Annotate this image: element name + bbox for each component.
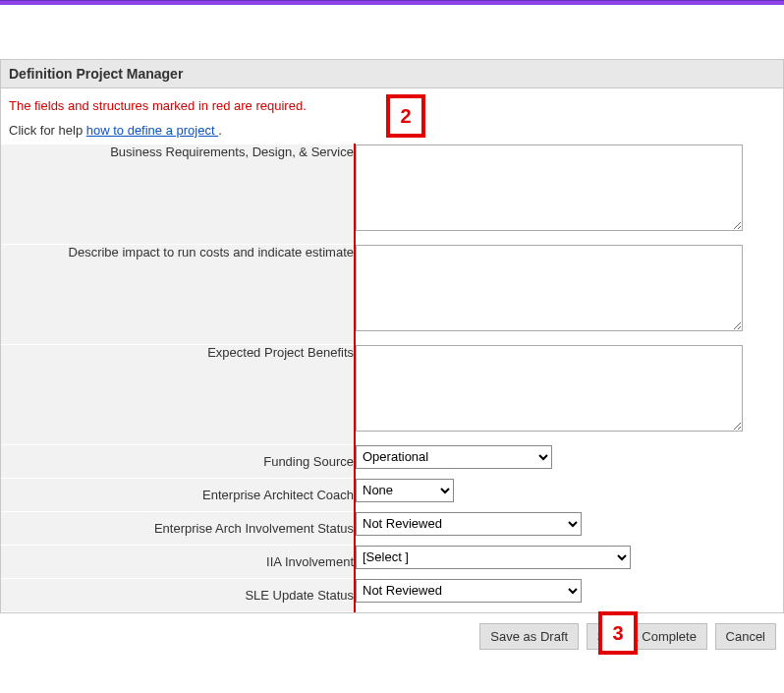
button-bar: Save as Draft Save & Complete Cancel [0, 613, 784, 656]
benefits-textarea[interactable] [356, 345, 743, 432]
label-biz-req: Business Requirements, Design, & Service [1, 144, 355, 245]
ea-status-select[interactable]: Not Reviewed [356, 512, 582, 536]
form-table: Business Requirements, Design, & Service… [1, 144, 783, 612]
callout-3: 3 [598, 611, 638, 655]
callout-2: 2 [386, 94, 425, 138]
definition-panel: Definition Project Manager The fields an… [0, 59, 784, 613]
label-funding: Funding Source [1, 445, 355, 479]
label-ea-status: Enterprise Arch Involvement Status [1, 512, 355, 546]
panel-title: Definition Project Manager [1, 60, 783, 88]
help-suffix: . [218, 123, 222, 138]
label-sle: SLE Update Status [1, 579, 355, 612]
label-coach: Enterprise Architect Coach [1, 479, 355, 512]
label-run-cost: Describe impact to run costs and indicat… [1, 245, 355, 345]
cancel-button[interactable]: Cancel [715, 623, 776, 650]
label-benefits: Expected Project Benefits [1, 345, 355, 445]
run-cost-textarea[interactable] [356, 245, 743, 331]
funding-select[interactable]: Operational [356, 445, 552, 469]
help-prefix: Click for help [9, 123, 86, 138]
label-iia: IIA Involvement [1, 546, 355, 579]
sle-select[interactable]: Not Reviewed [356, 579, 582, 603]
iia-select[interactable]: [Select ] [356, 546, 631, 569]
save-draft-button[interactable]: Save as Draft [479, 623, 579, 650]
help-link[interactable]: how to define a project [86, 123, 218, 138]
biz-req-textarea[interactable] [356, 144, 743, 231]
coach-select[interactable]: None [356, 479, 454, 502]
top-spacer [0, 5, 784, 59]
